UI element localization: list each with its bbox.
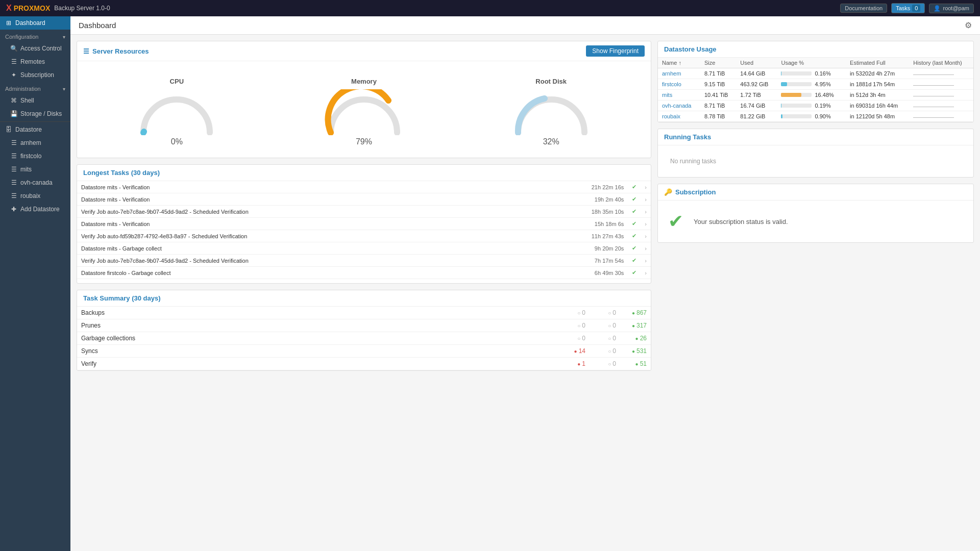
datastore-usage-title: Datastore Usage (664, 45, 717, 53)
col-used: Used (736, 58, 777, 68)
gauges-container: CPU 0% Me (83, 67, 645, 152)
sidebar-administration-label: Administration (5, 86, 41, 92)
error-count: ●14 (563, 347, 585, 355)
datastore-row[interactable]: ovh-canada 8.71 TiB 16.74 GiB 0.19% in 6… (658, 101, 973, 111)
access-control-icon: 🔍 (10, 45, 17, 52)
task-name: Verify Job auto-7eb7c8ae-9b07-45dd-9ad2 … (77, 255, 524, 267)
ds-name: arnhem (658, 68, 700, 79)
task-arrow-icon: › (641, 267, 651, 279)
ds-size: 8.78 TiB (700, 111, 736, 122)
task-status-icon: ✔ (628, 267, 641, 279)
summary-err: ○0 (559, 319, 590, 332)
ds-roubaix-icon: ☰ (10, 192, 17, 199)
task-arrow-icon: › (641, 218, 651, 230)
sidebar-item-add-datastore[interactable]: ✚ Add Datastore (0, 203, 70, 216)
sidebar-item-storage-disks[interactable]: 💾 Storage / Disks (0, 107, 70, 120)
left-column: ☰ Server Resources Show Fingerprint CPU (77, 41, 651, 371)
datastore-row[interactable]: mits 10.41 TiB 1.72 TiB 16.48% in 512d 3… (658, 90, 973, 101)
root-disk-gauge-wrapper (510, 89, 592, 135)
sidebar-firstcolo-label: firstcolo (20, 153, 41, 160)
subscription-checkmark-icon: ✔ (668, 211, 683, 232)
task-row[interactable]: Verify Job auto-fd59b287-4792-4e83-8a97 … (77, 230, 651, 242)
subscription-panel: 🔑 Subscription ✔ Your subscription statu… (657, 184, 974, 243)
memory-gauge-svg (323, 89, 405, 135)
cpu-gauge: CPU 0% (131, 78, 223, 146)
summary-row: Syncs ●14 ○0 ●531 (77, 345, 651, 358)
cpu-label: CPU (131, 78, 223, 85)
sidebar-item-ovh-canada[interactable]: ☰ ovh-canada (0, 176, 70, 189)
sidebar-item-remotes[interactable]: ☰ Remotes (0, 55, 70, 68)
page-title: Dashboard (79, 21, 116, 30)
subscription-icon: 🔑 (664, 188, 672, 196)
task-row[interactable]: Datastore mits - Verification 15h 18m 6s… (77, 218, 651, 230)
task-row[interactable]: Datastore mits - Verification 19h 2m 40s… (77, 193, 651, 206)
task-row[interactable]: Datastore firstcolo - Garbage collect 6h… (77, 267, 651, 279)
sidebar-item-arnhem[interactable]: ☰ arnhem (0, 136, 70, 149)
subscription-status-text: Your subscription status is valid. (694, 218, 788, 226)
ds-size: 10.41 TiB (700, 90, 736, 101)
ds-used: 463.92 GiB (736, 79, 777, 90)
logo-proxmox-text: PROXMOX (14, 4, 51, 12)
datastore-row[interactable]: firstcolo 9.15 TiB 463.92 GiB 4.95% in 1… (658, 79, 973, 90)
summary-task-name: Backups (77, 307, 559, 319)
sidebar: ⊞ Dashboard Configuration ▾ 🔍 Access Con… (0, 16, 70, 551)
sidebar-datastore-label: Datastore (15, 126, 42, 133)
datastore-row[interactable]: arnhem 8.71 TiB 14.64 GiB 0.16% in 53202… (658, 68, 973, 79)
ok-count: ●51 (624, 360, 647, 367)
error-count: ●1 (563, 360, 585, 367)
sidebar-item-shell[interactable]: ⌘ Shell (0, 94, 70, 107)
warn-count: ○0 (594, 322, 616, 329)
sidebar-item-firstcolo[interactable]: ☰ firstcolo (0, 149, 70, 163)
summary-row: Backups ○0 ○0 ●867 (77, 307, 651, 319)
ds-used: 16.74 GiB (736, 101, 777, 111)
task-row[interactable]: Datastore mits - Garbage collect 9h 20m … (77, 242, 651, 255)
running-tasks-panel: Running Tasks No running tasks (657, 129, 974, 178)
settings-gear-button[interactable]: ⚙ (965, 20, 972, 30)
datastore-row[interactable]: roubaix 8.78 TiB 81.22 GiB 0.90% in 1212… (658, 111, 973, 122)
task-summary-panel: Task Summary (30 days) Backups ○0 ○0 ●86… (77, 290, 651, 371)
root-disk-gauge-svg (510, 89, 592, 135)
task-status-icon: ✔ (628, 193, 641, 206)
storage-icon: 💾 (10, 110, 17, 117)
sidebar-access-control-label: Access Control (20, 45, 62, 52)
task-row[interactable]: Verify Job auto-7eb7c8ae-9b07-45dd-9ad2 … (77, 206, 651, 218)
sidebar-item-roubaix[interactable]: ☰ roubaix (0, 189, 70, 203)
ds-name: mits (658, 90, 700, 101)
task-row[interactable]: Datastore mits - Verification 21h 22m 16… (77, 181, 651, 193)
show-fingerprint-button[interactable]: Show Fingerprint (586, 45, 645, 57)
summary-task-name: Prunes (77, 319, 559, 332)
sidebar-administration-header[interactable]: Administration ▾ (0, 82, 70, 94)
sidebar-item-access-control[interactable]: 🔍 Access Control (0, 42, 70, 55)
user-menu-button[interactable]: 👤 root@pam (929, 4, 974, 13)
longest-tasks-body: Datastore mits - Verification 21h 22m 16… (77, 181, 651, 283)
sidebar-item-dashboard[interactable]: ⊞ Dashboard (0, 16, 70, 30)
sidebar-item-subscription[interactable]: ✦ Subscription (0, 68, 70, 82)
ds-estimated: in 1881d 17h 54m (846, 79, 909, 90)
task-row[interactable]: Verify Job auto-7eb7c8ae-9b07-45dd-9ad2 … (77, 279, 651, 284)
ds-estimated: in 12120d 5h 48m (846, 111, 909, 122)
ds-usage: 16.48% (777, 90, 846, 101)
task-name: Datastore mits - Verification (77, 193, 524, 206)
main-layout: ⊞ Dashboard Configuration ▾ 🔍 Access Con… (0, 16, 980, 551)
task-duration: 15h 18m 6s (524, 218, 628, 230)
subscription-header: 🔑 Subscription (658, 184, 973, 201)
server-resources-title: ☰ Server Resources (83, 47, 149, 55)
subscription-title: 🔑 Subscription (664, 188, 716, 196)
documentation-button[interactable]: Documentation (840, 4, 887, 13)
sidebar-item-datastore[interactable]: 🗄 Datastore (0, 123, 70, 136)
task-status-icon: ✔ (628, 279, 641, 284)
user-label: root@pam (943, 5, 969, 11)
task-row[interactable]: Verify Job auto-7eb7c8ae-9b07-45dd-9ad2 … (77, 255, 651, 267)
content-area: Dashboard ⚙ ☰ Server Resources Show Fing… (70, 16, 980, 551)
ds-used: 1.72 TiB (736, 90, 777, 101)
summary-warn: ○0 (590, 332, 620, 345)
tasks-button[interactable]: Tasks 0 (891, 3, 925, 13)
sidebar-item-mits[interactable]: ☰ mits (0, 163, 70, 176)
summary-row: Garbage collections ○0 ○0 ●26 (77, 332, 651, 345)
summary-warn: ○0 (590, 345, 620, 358)
ds-name: firstcolo (658, 79, 700, 90)
sidebar-configuration-header[interactable]: Configuration ▾ (0, 30, 70, 42)
sidebar-ovh-canada-label: ovh-canada (20, 179, 53, 186)
root-disk-value: 32% (505, 137, 597, 146)
sidebar-configuration-label: Configuration (5, 34, 38, 40)
